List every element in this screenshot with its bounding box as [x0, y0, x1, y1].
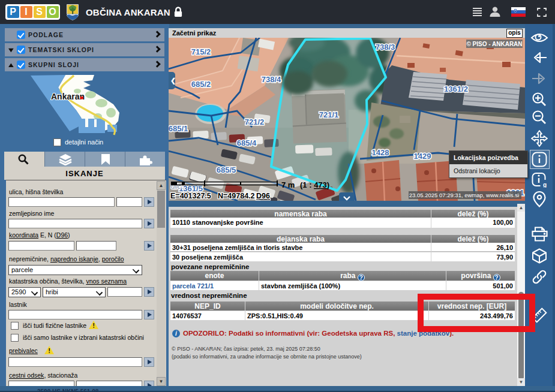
svg-text:685/1: 685/1: [169, 124, 188, 133]
svg-text:1429: 1429: [414, 152, 431, 161]
svg-text:© PISO - ANKARAN: © PISO - ANKARAN: [466, 41, 522, 47]
svg-text:685/4: 685/4: [237, 138, 257, 147]
svg-text:685/2: 685/2: [191, 80, 211, 89]
svg-text:1428: 1428: [372, 148, 389, 157]
svg-text:❮: ❮: [170, 77, 176, 85]
svg-text:738/4: 738/4: [262, 75, 281, 84]
svg-text:685/5: 685/5: [217, 165, 236, 174]
svg-text:Ankaran: Ankaran: [51, 92, 85, 101]
svg-text:721/1: 721/1: [319, 110, 339, 119]
svg-text:738/3: 738/3: [376, 43, 395, 52]
svg-text:g: g: [543, 182, 547, 188]
svg-text:721/2: 721/2: [245, 117, 265, 126]
svg-text:23.05.2025 07:29:31, ewmap, ww: 23.05.2025 07:29:31, ewmap, www.realis.s…: [409, 192, 519, 198]
svg-text:1361/2: 1361/2: [444, 85, 468, 94]
svg-text:715/2: 715/2: [191, 47, 211, 56]
svg-text:7 m(1 : 473): 7 m(1 : 473): [281, 180, 329, 189]
